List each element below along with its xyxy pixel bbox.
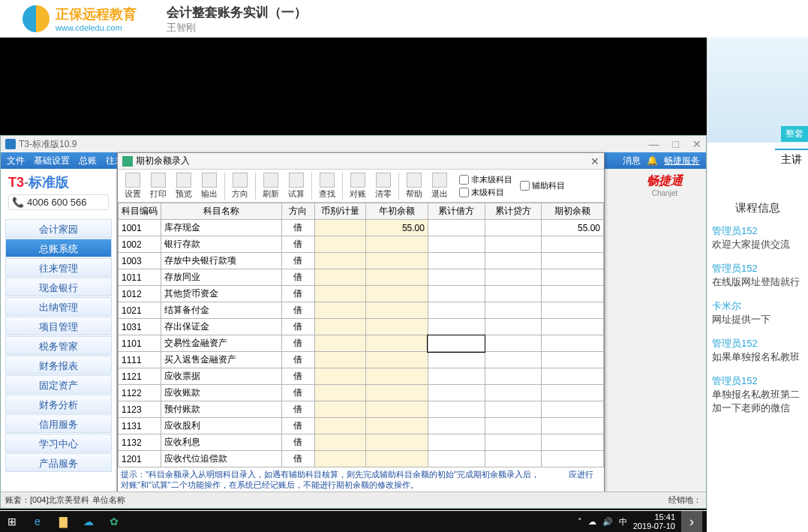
sidebar-item-6[interactable]: 税务管家 [5,336,112,355]
table-row[interactable]: 1123预付账款借 [119,401,604,418]
chat-text: 网址提供一下 [712,313,803,326]
table-row[interactable]: 1101交易性金融资产借 [119,335,604,352]
table-row[interactable]: 1012其他货币资金借 [119,286,604,302]
tb-打印[interactable]: 打印 [146,173,170,200]
table-row[interactable]: 1131应收股利借 [119,418,604,434]
sidebar-item-12[interactable]: 产品服务 [5,453,112,472]
menu-gl[interactable]: 总账 [79,155,97,167]
menu-settings[interactable]: 基础设置 [34,155,70,167]
site-header: 正保远程教育 www.cdeledu.com 会计整套账务实训（一） 王智刚 [0,0,808,38]
chat-user[interactable]: 管理员152 [712,262,803,275]
tray-cloud-icon[interactable]: ☁ [588,517,596,527]
logo-icon [23,5,50,32]
table-row[interactable]: 1003存放中央银行款项借 [119,253,604,269]
tb-方向[interactable]: 方向 [228,173,252,200]
start-icon[interactable]: ⊞ [5,514,20,529]
tray-up-icon[interactable]: ˄ [578,517,582,527]
folder-icon[interactable]: ▇ [56,514,71,529]
chat-user[interactable]: 管理员152 [712,337,803,350]
maximize-icon[interactable]: □ [673,138,679,150]
col-header[interactable]: 方向 [281,203,314,220]
sidebar-item-7[interactable]: 财务报表 [5,356,112,374]
chat-user[interactable]: 管理员152 [712,374,803,388]
sidebar-item-2[interactable]: 往来管理 [5,258,112,277]
sidebar: T3-标准版 📞 4006 600 566 会计家园总账系统往来管理现金银行出纳… [1,169,117,491]
tb-icon [263,173,278,188]
tb-输出[interactable]: 输出 [197,173,221,200]
table-row[interactable]: 1111买入返售金融资产借 [119,352,604,368]
tb-试算[interactable]: 试算 [284,173,308,200]
menu-msg[interactable]: 消息 [623,155,641,167]
taskbar-clock[interactable]: 15:412019-07-10 [633,512,675,530]
tb-刷新[interactable]: 刷新 [259,173,283,200]
sidebar-item-0[interactable]: 会计家园 [5,219,112,238]
table-row[interactable]: 1021结算备付金借 [119,302,604,319]
sidebar-item-10[interactable]: 信用服务 [5,414,112,433]
sidebar-item-8[interactable]: 固定资产 [5,375,112,394]
balance-dialog: 期初余额录入 ✕ 设置打印预览输出方向刷新试算查找对账清零帮助退出非末级科目末级… [117,152,605,494]
col-header[interactable]: 累计借方 [428,203,485,220]
chat-user[interactable]: 卡米尔 [712,299,803,313]
footer-link[interactable]: 应进行 [569,469,593,479]
dialog-title: 期初余额录入 [136,155,190,167]
table-row[interactable]: 1201应收代位追偿款借 [119,451,604,467]
tray-ime-icon[interactable]: 中 [619,516,627,527]
table-row[interactable]: 1031存出保证金借 [119,319,604,335]
tb-icon [176,173,191,188]
col-header[interactable]: 年初余额 [366,203,428,220]
tb-icon [125,173,140,188]
cloud-icon[interactable]: ☁ [81,514,96,529]
tb-预览[interactable]: 预览 [172,173,196,200]
col-header[interactable]: 累计贷方 [485,203,542,220]
chat-text: 单独报名私教班第二 加一下老师的微信 [712,388,803,415]
logo-text: 正保远程教育 [56,5,137,23]
chk-aux[interactable]: 辅助科目 [520,180,565,191]
next-chevron-icon[interactable]: › [681,511,702,532]
chat-message: 卡米尔网址提供一下 [712,299,803,326]
col-header[interactable]: 科目名称 [161,203,282,220]
chat-message: 管理员152欢迎大家提供交流 [712,224,803,251]
tb-帮助[interactable]: 帮助 [402,173,426,200]
table-row[interactable]: 1211应收分保账款借 [119,467,604,468]
course-title: 会计整套账务实训（一） [167,4,307,21]
table-row[interactable]: 1011存放同业借 [119,269,604,286]
tb-设置[interactable]: 设置 [121,173,145,200]
dialog-close-icon[interactable]: ✕ [590,155,599,167]
app-icon [5,139,16,149]
col-header[interactable]: 币别/计量 [314,203,366,220]
chk-leaf[interactable]: 末级科目 [459,187,512,198]
table-row[interactable]: 1132应收利息借 [119,434,604,451]
bell-icon[interactable]: 🔔 [647,155,658,166]
menu-file[interactable]: 文件 [7,155,25,167]
table-row[interactable]: 1122应收账款借 [119,385,604,401]
table-row[interactable]: 1002银行存款借 [119,236,604,253]
tb-退出[interactable]: 退出 [428,173,452,200]
tb-查找[interactable]: 查找 [315,173,339,200]
tb-对账[interactable]: 对账 [346,173,370,200]
sidebar-item-11[interactable]: 学习中心 [5,434,112,452]
tb-清零[interactable]: 清零 [371,173,395,200]
chk-nonleaf[interactable]: 非末级科目 [459,174,512,185]
chat-message: 管理员152如果单独报名私教班 [712,337,803,364]
sidebar-item-5[interactable]: 项目管理 [5,317,112,335]
minimize-icon[interactable]: — [649,138,659,150]
col-header[interactable]: 期初余额 [542,203,604,220]
teal-tab[interactable]: 整套 [781,126,808,142]
app-taskbar-icon[interactable]: ✿ [107,514,122,529]
table-row[interactable]: 1121应收票据借 [119,368,604,385]
sidebar-item-1[interactable]: 总账系统 [5,239,112,257]
menu-svc[interactable]: 畅捷服务 [664,155,700,167]
lecturer-tab[interactable]: 主讲 [775,149,808,170]
edge-icon[interactable]: e [30,514,45,529]
close-icon[interactable]: ✕ [692,138,701,150]
tray-vol-icon[interactable]: 🔊 [602,517,613,527]
chat-user[interactable]: 管理员152 [712,224,803,238]
sidebar-item-3[interactable]: 现金银行 [5,278,112,296]
col-header[interactable]: 科目编码 [119,203,161,220]
sidebar-item-9[interactable]: 财务分析 [5,395,112,413]
status-right: 经销地： [668,494,701,506]
sidebar-item-4[interactable]: 出纳管理 [5,297,112,316]
table-row[interactable]: 1001库存现金借55.0055.00 [119,220,604,236]
logo-url: www.cdeledu.com [56,23,137,32]
balance-grid[interactable]: 科目编码科目名称方向币别/计量年初余额累计借方累计贷方期初余额1001库存现金借… [118,203,604,467]
